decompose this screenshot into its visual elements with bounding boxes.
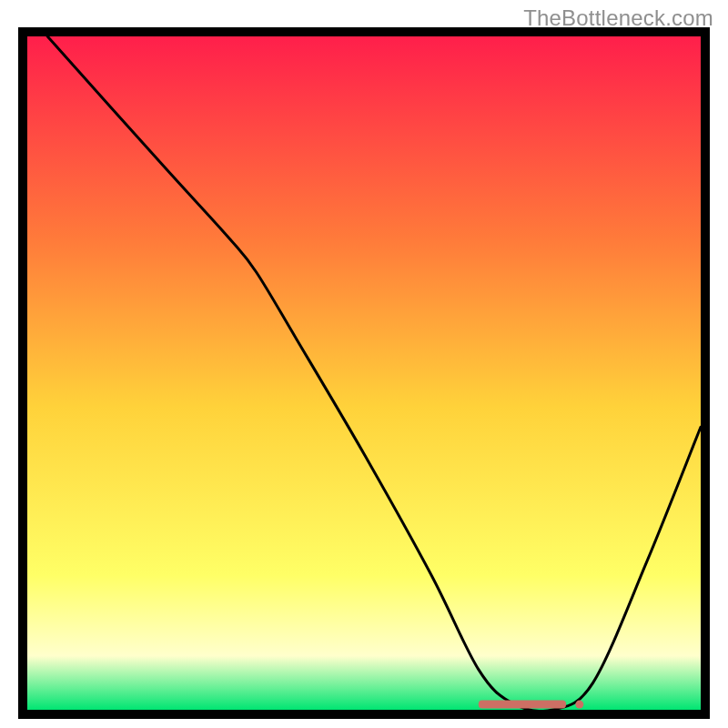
chart-plot-area bbox=[27, 36, 701, 710]
chart-frame bbox=[18, 27, 710, 719]
bottleneck-chart bbox=[27, 36, 701, 710]
optimal-range-bar bbox=[479, 701, 566, 709]
optimal-range-dot bbox=[575, 701, 583, 709]
gradient-background bbox=[27, 36, 701, 710]
